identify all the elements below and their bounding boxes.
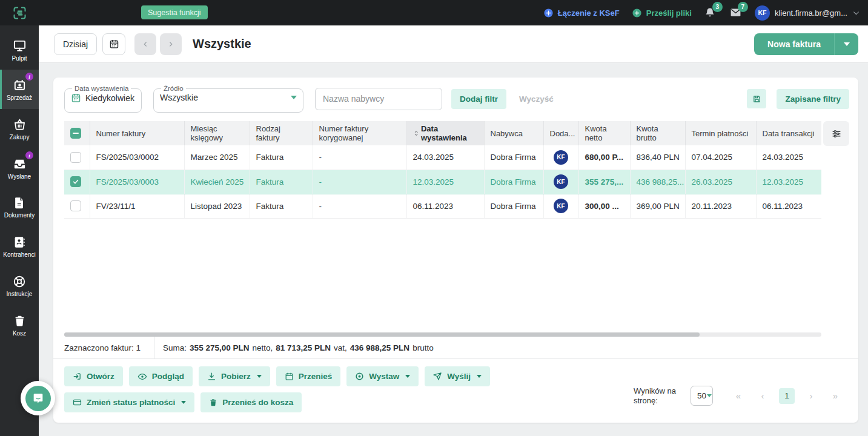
bulk-actions-bar: Otwórz Podgląd Pobierz Przenieś W	[64, 366, 847, 412]
sidebar-item-label: Sprzedaż	[7, 94, 32, 101]
messages-button[interactable]: 7	[729, 6, 743, 19]
caret-down-icon	[291, 96, 297, 99]
open-button[interactable]: Otwórz	[64, 366, 123, 386]
sidebar-item-kosz[interactable]: Kosz	[0, 306, 39, 345]
table-row-selected[interactable]: FS/2025/03/0003 Kwiecień 2025 Faktura - …	[64, 170, 821, 194]
add-filter-button[interactable]: Dodaj filtr	[451, 89, 506, 109]
send-button[interactable]: Wyślij	[425, 366, 490, 386]
basket-icon	[13, 117, 27, 131]
upload-files-link[interactable]: Prześlij pliki	[632, 8, 692, 18]
next-page-button[interactable]: ›	[803, 391, 819, 401]
open-icon	[73, 372, 82, 381]
notifications-button[interactable]: 3	[704, 6, 717, 19]
app-logo-icon	[12, 5, 28, 21]
sidebar-item-label: Kosz	[13, 330, 26, 337]
sidebar-item-kontrahenci[interactable]: Kontrahenci	[0, 227, 39, 266]
col-rodzaj-faktury[interactable]: Rodzaj faktury	[250, 121, 313, 145]
download-button[interactable]: Pobierz	[199, 366, 270, 386]
sidebar-item-label: Dokumenty	[4, 212, 35, 219]
issue-button[interactable]: Wystaw	[346, 366, 419, 386]
row-checkbox[interactable]	[70, 152, 81, 163]
sidebar-item-label: Instrukcje	[7, 291, 33, 297]
calendar-icon	[109, 39, 119, 49]
sidebar-item-pulpit[interactable]: Pulpit	[0, 30, 39, 70]
prev-period-button[interactable]	[134, 33, 156, 55]
cash-register-icon	[13, 78, 27, 92]
user-email: klient.firma.br@gm...	[775, 8, 847, 18]
table-settings-button[interactable]	[823, 121, 849, 146]
row-checkbox[interactable]	[70, 176, 81, 187]
current-page-button[interactable]: 1	[779, 388, 795, 404]
change-payment-status-button[interactable]: Zmień status płatności	[64, 392, 194, 412]
buyer-name-input[interactable]	[315, 88, 442, 110]
horizontal-scrollbar[interactable]	[64, 332, 821, 337]
user-menu[interactable]: KF klient.firma.br@gm...	[755, 5, 860, 21]
per-page-select[interactable]: 50	[691, 386, 713, 406]
source-filter[interactable]: Źródło Wszystkie	[153, 85, 303, 113]
suggestion-button[interactable]: Sugestia funkcji	[141, 5, 208, 19]
col-miesiac-ksiegowy[interactable]: Miesiąc księgowy	[184, 121, 250, 145]
issue-date-filter[interactable]: Data wystawienia Kiedykolwiek	[64, 85, 142, 113]
ksef-link-label: Łączenie z KSeF	[558, 8, 620, 18]
col-dodane[interactable]: Doda...	[543, 121, 578, 145]
col-kwota-brutto[interactable]: Kwota brutto	[630, 121, 685, 145]
move-button[interactable]: Przenieś	[276, 366, 341, 386]
last-page-button[interactable]: »	[827, 391, 843, 401]
col-nabywca[interactable]: Nabywca	[484, 121, 543, 145]
action-label: Wystaw	[369, 372, 399, 381]
table-row[interactable]: FS/2025/03/0002 Marzec 2025 Faktura - 24…	[64, 145, 821, 170]
sliders-icon	[831, 128, 842, 139]
col-termin-platnosci[interactable]: Termin płatności	[685, 121, 756, 145]
today-button[interactable]: Dzisiaj	[54, 33, 97, 55]
scrollbar-thumb[interactable]	[64, 332, 700, 337]
caret-down-icon	[257, 375, 262, 378]
filters-bar: Data wystawienia Kiedykolwiek Źródło Wsz…	[64, 84, 849, 113]
saved-filters-button[interactable]: Zapisane filtry	[777, 89, 849, 109]
issue-date-filter-label: Data wystawienia	[72, 85, 131, 92]
chat-widget-button[interactable]	[21, 381, 55, 415]
next-period-button[interactable]	[160, 33, 182, 55]
monitor-icon	[13, 39, 27, 53]
lifebuoy-icon	[13, 275, 26, 288]
col-data-wystawienia[interactable]: Data wystawienia	[406, 121, 484, 145]
clear-filters-button[interactable]: Wyczyść	[519, 94, 554, 104]
action-label: Pobierz	[221, 372, 251, 381]
sidebar-item-label: Wysłane	[8, 173, 31, 180]
sidebar-item-zakupy[interactable]: Zakupy	[0, 109, 39, 148]
source-filter-value: Wszystkie	[160, 93, 198, 102]
sidebar-item-sprzedaz[interactable]: i Sprzedaż	[0, 70, 39, 109]
invoice-list-card: Data wystawienia Kiedykolwiek Źródło Wsz…	[53, 78, 858, 423]
new-invoice-dropdown-button[interactable]	[834, 33, 858, 55]
col-numer-korygowanej[interactable]: Numer faktury korygowanej	[313, 121, 406, 145]
action-label: Otwórz	[87, 372, 114, 381]
notifications-badge: 3	[712, 2, 723, 12]
added-by-avatar: KF	[554, 174, 568, 189]
first-page-button[interactable]: «	[731, 391, 746, 401]
col-kwota-netto[interactable]: Kwota netto	[578, 121, 630, 145]
preview-button[interactable]: Podgląd	[129, 366, 193, 386]
messages-badge: 7	[738, 2, 748, 12]
sidebar-item-wyslane[interactable]: i Wysłane	[0, 148, 39, 188]
sidebar-item-instrukcje[interactable]: Instrukcje	[0, 266, 39, 306]
prev-page-button[interactable]: ‹	[755, 391, 770, 401]
new-invoice-button[interactable]: Nowa faktura	[754, 33, 834, 55]
col-data-transakcji[interactable]: Data transakcji	[756, 121, 821, 145]
calendar-icon	[285, 372, 294, 381]
action-label: Podgląd	[152, 372, 184, 381]
col-numer-faktury[interactable]: Numer faktury	[90, 121, 184, 145]
per-page-value: 50	[697, 391, 706, 400]
ksef-link[interactable]: Łączenie z KSeF	[543, 8, 620, 18]
sum-netto-label: netto,	[252, 343, 273, 352]
sum-vat-label: vat,	[334, 343, 347, 352]
sort-icon	[413, 130, 419, 137]
save-filter-button[interactable]	[747, 89, 766, 108]
trash-icon	[209, 398, 217, 407]
column-label: Data wystawienia	[421, 124, 478, 142]
sidebar-item-dokumenty[interactable]: Dokumenty	[0, 188, 39, 227]
move-to-trash-button[interactable]: Przenieś do kosza	[200, 392, 302, 412]
issue-date-filter-value: Kiedykolwiek	[85, 93, 134, 103]
row-checkbox[interactable]	[70, 200, 81, 211]
select-all-checkbox[interactable]	[70, 128, 81, 139]
table-row[interactable]: FV/23/11/1 Listopad 2023 Faktura - 06.11…	[64, 194, 821, 218]
calendar-button[interactable]	[102, 33, 125, 55]
